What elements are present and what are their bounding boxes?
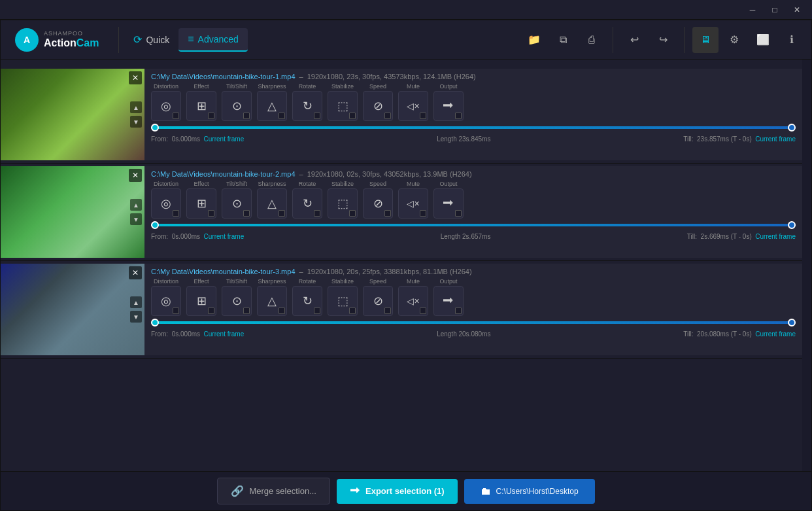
clip-path-1[interactable]: C:\My Data\Videos\mountain-bike-tour-1.m… (151, 73, 296, 80)
effect-checkbox-3-1[interactable] (279, 113, 285, 119)
clips-area[interactable]: ✕▲▼C:\My Data\Videos\mountain-bike-tour-… (1, 60, 802, 471)
effect-button-output-1[interactable]: ⮕ (433, 91, 464, 121)
clip-nav-down-1[interactable]: ▼ (130, 116, 142, 128)
redo-button[interactable]: ↪ (650, 27, 676, 53)
effect-button-rotate-3[interactable]: ↻ (292, 286, 322, 316)
effect-checkbox-2-1[interactable] (243, 113, 250, 119)
effect-button-speed-1[interactable]: ⊘ (363, 91, 393, 121)
effect-checkbox-2-2[interactable] (243, 210, 250, 217)
slider-handle-left-3[interactable] (151, 319, 159, 326)
clip-path-2[interactable]: C:\My Data\Videos\mountain-bike-tour-2.m… (151, 170, 296, 178)
clip-nav-up-2[interactable]: ▲ (130, 199, 142, 211)
settings-button[interactable]: ⚙ (721, 27, 747, 53)
effect-button-mute-3[interactable]: ◁× (398, 286, 428, 316)
slider-handle-left-2[interactable] (151, 221, 159, 229)
clip-close-button-2[interactable]: ✕ (129, 169, 142, 182)
slider-row-2[interactable] (151, 221, 796, 229)
slider-handle-right-1[interactable] (788, 124, 796, 132)
effect-button-distortion-2[interactable]: ◎ (151, 188, 181, 219)
effect-button-effect-1[interactable]: ⊞ (186, 91, 216, 121)
clip-slider-3[interactable] (151, 321, 796, 324)
effect-checkbox-0-1[interactable] (173, 113, 179, 119)
effect-checkbox-1-2[interactable] (208, 210, 214, 217)
clip-nav-down-2[interactable]: ▼ (130, 213, 142, 225)
export-selection-button[interactable]: ⮕ Export selection (1) (337, 479, 458, 504)
effect-checkbox-7-2[interactable] (420, 210, 426, 217)
quick-button[interactable]: ⟳ Quick (124, 28, 178, 51)
current-frame-till-3[interactable]: Current frame (755, 330, 796, 338)
effect-button-sharpness-3[interactable]: △ (257, 286, 287, 316)
effect-button-sharpness-2[interactable]: △ (257, 188, 287, 219)
effect-checkbox-4-1[interactable] (314, 113, 320, 119)
effect-button-rotate-2[interactable]: ↻ (292, 188, 322, 219)
slider-handle-right-2[interactable] (788, 221, 796, 229)
effect-checkbox-5-3[interactable] (349, 308, 356, 314)
effect-checkbox-6-1[interactable] (384, 113, 391, 119)
effect-button-rotate-1[interactable]: ↻ (292, 91, 322, 121)
effect-checkbox-4-3[interactable] (314, 308, 320, 314)
current-frame-till-1[interactable]: Current frame (755, 135, 796, 143)
effect-button-distortion-1[interactable]: ◎ (151, 91, 181, 121)
clip-nav-down-3[interactable]: ▼ (130, 311, 142, 323)
effect-button-stabilize-3[interactable]: ⬚ (328, 286, 358, 316)
export-button[interactable]: ⎙ (579, 27, 605, 53)
effect-checkbox-2-3[interactable] (243, 308, 250, 314)
effect-button-output-2[interactable]: ⮕ (433, 188, 464, 219)
effect-button-mute-2[interactable]: ◁× (398, 188, 428, 219)
effect-button-distortion-3[interactable]: ◎ (151, 286, 181, 316)
effect-button-tiltshift-2[interactable]: ⊙ (222, 188, 252, 219)
effect-button-output-3[interactable]: ⮕ (433, 286, 464, 316)
advanced-button[interactable]: ≡ Advanced (178, 28, 248, 52)
effect-button-speed-3[interactable]: ⊘ (363, 286, 393, 316)
effect-button-sharpness-1[interactable]: △ (257, 91, 287, 121)
effect-button-stabilize-2[interactable]: ⬚ (328, 188, 358, 219)
current-frame-till-2[interactable]: Current frame (755, 233, 796, 240)
output-folder-button[interactable]: 🖿 C:\Users\Horst\Desktop (464, 479, 595, 504)
effect-checkbox-1-1[interactable] (208, 113, 214, 119)
open-folder-button[interactable]: 📁 (521, 27, 547, 53)
effect-checkbox-7-3[interactable] (420, 308, 426, 314)
current-frame-from-1[interactable]: Current frame (204, 135, 245, 143)
undo-button[interactable]: ↩ (621, 27, 647, 53)
effect-checkbox-6-3[interactable] (384, 308, 391, 314)
slider-row-1[interactable] (151, 124, 796, 132)
slider-handle-left-1[interactable] (151, 124, 159, 132)
effect-button-stabilize-1[interactable]: ⬚ (328, 91, 358, 121)
effect-checkbox-5-2[interactable] (349, 210, 356, 217)
crop-button[interactable]: ⬜ (750, 27, 776, 53)
effect-checkbox-8-2[interactable] (455, 210, 462, 217)
monitor-button[interactable]: 🖥 (692, 27, 719, 53)
scrollbar-area[interactable] (802, 60, 811, 471)
clip-slider-2[interactable] (151, 224, 796, 226)
current-frame-from-3[interactable]: Current frame (204, 330, 245, 338)
split-button[interactable]: ⧉ (550, 27, 576, 53)
clip-nav-up-3[interactable]: ▲ (130, 296, 142, 308)
effect-checkbox-5-1[interactable] (349, 113, 356, 119)
slider-row-3[interactable] (151, 319, 796, 326)
info-button[interactable]: ℹ (779, 27, 805, 53)
clip-close-button-1[interactable]: ✕ (129, 71, 142, 84)
effect-button-effect-2[interactable]: ⊞ (186, 188, 216, 219)
clip-close-button-3[interactable]: ✕ (129, 266, 142, 279)
effect-button-effect-3[interactable]: ⊞ (186, 286, 216, 316)
effect-checkbox-0-2[interactable] (173, 210, 179, 217)
effect-button-tiltshift-3[interactable]: ⊙ (222, 286, 252, 316)
clip-path-3[interactable]: C:\My Data\Videos\mountain-bike-tour-3.m… (151, 268, 296, 275)
effect-checkbox-3-2[interactable] (279, 210, 285, 217)
close-button[interactable]: ✕ (787, 3, 807, 16)
effect-checkbox-6-2[interactable] (384, 210, 391, 217)
effect-checkbox-1-3[interactable] (208, 308, 214, 314)
minimize-button[interactable]: ─ (743, 3, 762, 16)
effect-checkbox-8-1[interactable] (455, 113, 462, 119)
effect-checkbox-4-2[interactable] (314, 210, 320, 217)
clip-slider-1[interactable] (151, 126, 796, 129)
effect-checkbox-7-1[interactable] (420, 113, 426, 119)
effect-button-speed-2[interactable]: ⊘ (363, 188, 393, 219)
current-frame-from-2[interactable]: Current frame (204, 233, 245, 240)
effect-checkbox-8-3[interactable] (455, 308, 462, 314)
slider-handle-right-3[interactable] (788, 319, 796, 326)
maximize-button[interactable]: □ (765, 3, 785, 16)
effect-button-mute-1[interactable]: ◁× (398, 91, 428, 121)
merge-button[interactable]: 🔗 Merge selection... (217, 478, 330, 504)
effect-checkbox-0-3[interactable] (173, 308, 179, 314)
